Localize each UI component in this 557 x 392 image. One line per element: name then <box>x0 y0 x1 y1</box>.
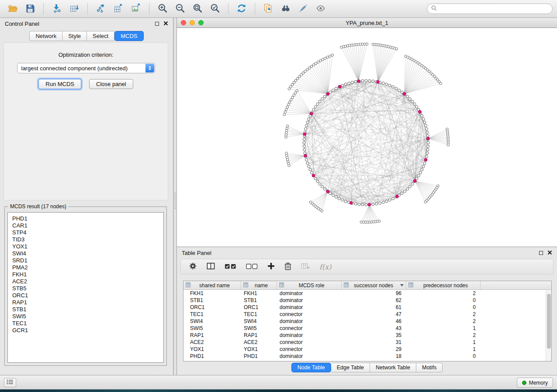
network-window: YPA_prune.txt_1 <box>177 18 557 247</box>
mcds-result-item[interactable]: CAR1 <box>12 222 163 229</box>
memory-button[interactable]: Memory <box>517 378 553 388</box>
tab-network-table[interactable]: Network Table <box>370 363 416 372</box>
find-button[interactable] <box>277 2 294 16</box>
network-canvas[interactable] <box>177 28 557 247</box>
close-panel-icon[interactable] <box>163 21 168 27</box>
mcds-result-item[interactable]: STB1 <box>12 306 163 313</box>
table-row[interactable]: PHD1PHD1dominator180 <box>183 353 551 360</box>
column-header-shared-name[interactable]: shared name <box>183 281 241 289</box>
floppy-disk-icon <box>25 3 35 14</box>
tab-style[interactable]: Style <box>62 31 87 41</box>
tab-motifs[interactable]: Motifs <box>416 363 443 372</box>
close-panel-button[interactable]: Close panel <box>89 79 133 89</box>
mcds-result-item[interactable]: YOX1 <box>12 243 163 250</box>
network-graph <box>177 28 557 247</box>
table-row[interactable]: SWI4SWI4dominator462 <box>183 318 551 325</box>
tab-edge-table[interactable]: Edge Table <box>331 363 370 372</box>
table-cell: 0 <box>406 297 481 303</box>
memory-status-icon <box>522 381 526 385</box>
float-panel-icon[interactable] <box>539 251 543 255</box>
apply-layout-button[interactable] <box>233 2 250 16</box>
plus-icon <box>267 262 275 271</box>
column-header-mcds-role[interactable]: MCDS role <box>277 281 342 289</box>
table-cell: 1 <box>406 325 481 331</box>
table-row[interactable]: YOX1YOX1connector291 <box>183 346 551 353</box>
zoom-fit-button[interactable] <box>189 2 206 16</box>
mcds-result-item[interactable]: ACE2 <box>12 278 163 285</box>
run-mcds-button[interactable]: Run MCDS <box>38 79 81 89</box>
hide-graphics-details-button[interactable] <box>295 2 311 16</box>
mcds-result-item[interactable]: TID3 <box>12 236 163 243</box>
table-cell: 47 <box>342 311 406 317</box>
mcds-result-list[interactable]: PHD1CAR1STP4TID3YOX1SWI4SRD1PMA2FKH1ACE2… <box>7 212 164 363</box>
zoom-in-button[interactable] <box>154 2 171 16</box>
mcds-result-item[interactable]: STP4 <box>12 229 163 236</box>
mcds-result-item[interactable]: FKH1 <box>12 271 163 278</box>
mcds-result-item[interactable]: SRD1 <box>12 257 163 264</box>
zoom-in-icon <box>157 3 168 15</box>
open-file-button[interactable] <box>4 2 21 16</box>
mcds-result-item[interactable]: RAP1 <box>12 299 163 306</box>
table-row[interactable]: RAP1RAP1dominator352 <box>183 332 551 339</box>
save-session-button[interactable] <box>22 2 38 16</box>
criterion-select[interactable]: largest connected component (undirected) <box>17 63 155 73</box>
splitter-grip[interactable] <box>174 193 176 209</box>
zoom-selected-button[interactable] <box>207 2 223 16</box>
deselect-all-button[interactable] <box>246 263 258 271</box>
table-row[interactable]: ACE2ACE2connector311 <box>183 339 551 346</box>
table-row[interactable]: STB1STB1dominator620 <box>183 297 551 304</box>
table-row[interactable]: SWI5SWI5connector431 <box>183 325 551 332</box>
mcds-result-item[interactable]: GCR1 <box>12 327 163 334</box>
mcds-result-item[interactable]: SWI5 <box>12 313 163 320</box>
delete-table-button[interactable] <box>301 263 310 271</box>
table-scrollbar[interactable] <box>546 290 551 361</box>
zoom-out-button[interactable] <box>172 2 188 16</box>
add-column-button[interactable] <box>267 262 275 271</box>
mcds-result-item[interactable]: SWI4 <box>12 250 163 257</box>
table-row[interactable]: TEC1TEC1connector472 <box>183 311 551 318</box>
tab-node-table[interactable]: Node Table <box>291 363 331 372</box>
column-header-successor-nodes[interactable]: successor nodes <box>342 281 406 289</box>
table-tabs: Node Table Edge Table Network Table Moti… <box>177 363 557 372</box>
show-columns-button[interactable] <box>207 262 215 271</box>
import-table-button[interactable] <box>66 2 83 16</box>
copy-document-icon <box>263 3 273 15</box>
zoom-fit-icon <box>192 3 203 15</box>
table-cell: YOX1 <box>241 346 277 352</box>
mcds-result-item[interactable]: PMA2 <box>12 264 163 271</box>
toolbar-separator <box>149 3 149 14</box>
table-cell: 0 <box>406 304 481 310</box>
search-input[interactable] <box>439 6 548 12</box>
column-header-name[interactable]: name <box>241 281 277 289</box>
mcds-result-item[interactable]: PHD1 <box>12 215 163 222</box>
select-all-button[interactable] <box>225 263 236 271</box>
float-panel-icon[interactable] <box>155 22 159 26</box>
function-builder-button[interactable]: f(x) <box>319 263 331 271</box>
export-image-button[interactable] <box>128 2 144 16</box>
table-row[interactable]: FKH1FKH1dominator962 <box>183 290 551 297</box>
panel-menu-button[interactable] <box>4 378 16 387</box>
export-table-button[interactable] <box>110 2 127 16</box>
table-settings-button[interactable] <box>189 262 197 272</box>
table-row[interactable]: ORC1ORC1dominator610 <box>183 304 551 311</box>
table-cell: 35 <box>342 332 406 338</box>
mcds-result-item[interactable]: TEC1 <box>12 320 163 327</box>
scrollbar-thumb[interactable] <box>547 294 551 349</box>
clone-network-button[interactable] <box>260 2 277 16</box>
vertical-splitter[interactable] <box>173 18 177 375</box>
close-panel-icon[interactable] <box>547 250 552 256</box>
mcds-result-item[interactable]: ORC1 <box>12 292 163 299</box>
mcds-result-box: MCDS result (17 nodes) PHD1CAR1STP4TID3Y… <box>4 203 167 366</box>
tab-network[interactable]: Network <box>29 31 62 41</box>
show-graphics-details-button[interactable] <box>312 2 329 16</box>
mcds-result-item[interactable]: STB5 <box>12 285 163 292</box>
column-header-predecessor-nodes[interactable]: predecessor nodes <box>406 281 481 289</box>
tab-mcds[interactable]: MCDS <box>114 31 143 41</box>
tab-select[interactable]: Select <box>87 31 114 41</box>
import-network-button[interactable] <box>48 2 65 16</box>
toolbar-separator <box>228 3 228 14</box>
export-network-button[interactable] <box>93 2 109 16</box>
delete-column-button[interactable] <box>284 262 291 272</box>
table-cell: RAP1 <box>183 332 241 338</box>
table-cell: FKH1 <box>241 290 277 296</box>
